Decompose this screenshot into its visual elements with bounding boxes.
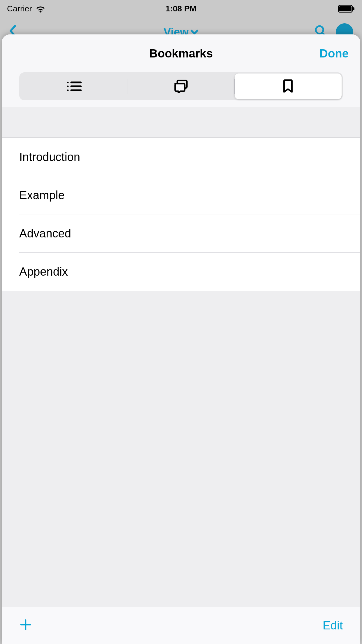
segment-bookmarks[interactable] xyxy=(235,74,342,99)
list-header-spacer xyxy=(2,107,360,138)
carrier-label: Carrier xyxy=(7,4,32,13)
list-item[interactable]: Example xyxy=(2,176,360,214)
list-area: Introduction Example Advanced Appendix xyxy=(2,107,360,607)
status-right xyxy=(338,5,355,13)
battery-icon xyxy=(338,5,355,13)
svg-point-3 xyxy=(316,26,324,34)
list-item[interactable]: Advanced xyxy=(2,214,360,253)
svg-point-9 xyxy=(67,90,68,91)
svg-point-5 xyxy=(67,82,68,83)
bookmark-list: Introduction Example Advanced Appendix xyxy=(2,138,360,291)
add-bookmark-button[interactable] xyxy=(19,618,32,634)
done-button[interactable]: Done xyxy=(319,47,349,60)
bookmark-label: Appendix xyxy=(19,265,68,278)
segment-annotations[interactable] xyxy=(127,74,234,99)
toolbar: Edit xyxy=(2,607,360,644)
svg-rect-1 xyxy=(339,6,352,11)
status-bar: Carrier 1:08 PM xyxy=(0,0,362,18)
bookmark-icon xyxy=(282,79,294,94)
svg-rect-2 xyxy=(353,7,354,10)
wifi-icon xyxy=(36,5,45,13)
annotations-icon xyxy=(173,79,189,93)
chevron-down-icon xyxy=(190,29,198,35)
segmented-control-wrap xyxy=(2,72,360,107)
bookmark-label: Introduction xyxy=(19,150,80,164)
edit-button[interactable]: Edit xyxy=(323,619,343,632)
sheet-navbar: Bookmarks Done xyxy=(2,34,360,72)
plus-icon xyxy=(19,618,32,631)
list-item[interactable]: Introduction xyxy=(2,138,360,176)
bookmark-label: Advanced xyxy=(19,227,71,240)
sheet-title: Bookmarks xyxy=(149,47,213,60)
bookmarks-sheet: Bookmarks Done xyxy=(2,34,360,644)
status-left: Carrier xyxy=(7,4,45,13)
segmented-control xyxy=(19,72,343,100)
segment-outline[interactable] xyxy=(20,74,127,99)
bookmark-label: Example xyxy=(19,189,65,202)
list-item[interactable]: Appendix xyxy=(2,253,360,291)
list-icon xyxy=(66,80,82,92)
svg-point-7 xyxy=(67,85,68,87)
status-time: 1:08 PM xyxy=(166,4,196,13)
